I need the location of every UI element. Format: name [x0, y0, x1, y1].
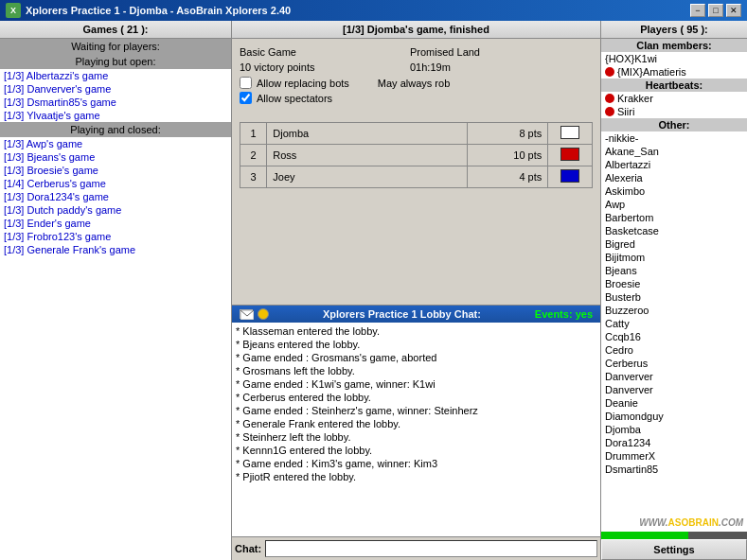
player-name: Barbertom	[605, 212, 653, 223]
player-name: Bigred	[605, 238, 635, 250]
players-list: Clan members: {HOX}K1wi {MIX}Amatieris H…	[601, 39, 747, 514]
spectators-row: Allow spectators	[240, 92, 593, 104]
player-item: Deanie	[601, 396, 747, 410]
player-name: Krakker	[617, 93, 653, 104]
game-info-content: Basic Game Promised Land 10 victory poin…	[232, 39, 600, 114]
player-item: Djomba	[601, 423, 747, 436]
minimize-button[interactable]: −	[690, 4, 705, 17]
chat-message: * Kennn1G entered the lobby.	[236, 444, 596, 457]
other-category: Other:	[601, 118, 747, 131]
games-list[interactable]: Waiting for players: Playing but open: […	[0, 39, 231, 560]
chat-message: * Steinherz left the lobby.	[236, 430, 596, 444]
may-always-rob: May always rob	[378, 78, 450, 89]
player-item: Bijitmom	[601, 251, 747, 264]
player-name: Bijitmom	[605, 252, 645, 263]
player-name: Buzzeroo	[605, 305, 649, 316]
player-name: Awp	[605, 199, 625, 210]
player-item: Dsmartin85	[601, 463, 747, 476]
rank-cell: 1	[240, 123, 267, 145]
close-button[interactable]: ✕	[726, 4, 741, 17]
list-item[interactable]: [1/3] Bjeans's game	[0, 150, 231, 164]
color-cell	[548, 145, 593, 166]
maximize-button[interactable]: □	[708, 4, 723, 17]
player-item: Alexeria	[601, 171, 747, 184]
events-value[interactable]: yes	[576, 308, 593, 320]
player-item: -nikkie-	[601, 131, 747, 145]
player-name: Dsmartin85	[605, 464, 658, 475]
victory-points: 10 victory points	[240, 61, 410, 73]
player-item: Bjeans	[601, 264, 747, 277]
list-item[interactable]: [1/3] Frobro123's game	[0, 230, 231, 243]
name-cell: Djomba	[267, 123, 468, 145]
player-name: Broesie	[605, 278, 640, 289]
player-name: Askimbo	[605, 185, 645, 197]
list-item[interactable]: [1/3] Ender's game	[0, 217, 231, 230]
chat-header: Xplorers Practice 1 Lobby Chat: Events: …	[232, 306, 600, 323]
players-table: 1 Djomba 8 pts 2 Ross 10 pts 3	[240, 122, 593, 188]
replacing-bots-checkbox[interactable]	[240, 77, 252, 89]
player-item: Albertazzi	[601, 158, 747, 171]
chat-dot-icon	[258, 308, 269, 320]
waiting-category: Waiting for players:	[0, 39, 231, 54]
player-dot	[605, 94, 614, 103]
player-item: Askimbo	[601, 184, 747, 198]
chat-header-title: Xplorers Practice 1 Lobby Chat:	[323, 308, 481, 320]
watermark-text: WWW.	[639, 517, 667, 528]
list-item[interactable]: [1/3] Dutch paddy's game	[0, 203, 231, 217]
pts-cell: 4 pts	[468, 166, 548, 188]
player-name: DrummerX	[605, 450, 655, 462]
window-title: Xplorers Practice 1 - Djomba - AsoBrain …	[26, 5, 690, 16]
allow-spectators-checkbox[interactable]	[240, 92, 252, 104]
title-bar: X Xplorers Practice 1 - Djomba - AsoBrai…	[0, 0, 747, 21]
chat-header-icons	[240, 308, 269, 320]
player-name: Catty	[605, 318, 630, 329]
player-item: {HOX}K1wi	[601, 52, 747, 65]
player-name: Deanie	[605, 397, 638, 409]
table-row: 3 Joey 4 pts	[240, 166, 593, 188]
list-item[interactable]: [1/3] Danverver's game	[0, 82, 231, 96]
player-item: DrummerX	[601, 449, 747, 463]
list-item[interactable]: [1/3] Ylvaatje's game	[0, 109, 231, 122]
player-item: {MIX}Amatieris	[601, 65, 747, 79]
replacing-bots-label: Allow replacing bots	[257, 78, 349, 89]
player-color-swatch	[560, 126, 579, 139]
list-item[interactable]: [1/3] Dora1234's game	[0, 190, 231, 203]
list-item[interactable]: [1/3] Dsmartin85's game	[0, 96, 231, 109]
game-land-label: Promised Land	[410, 46, 593, 58]
list-item[interactable]: [1/4] Cerberus's game	[0, 177, 231, 190]
game-type-row: Basic Game Promised Land	[240, 46, 593, 58]
player-name: Albertazzi	[605, 159, 650, 170]
player-name: {MIX}Amatieris	[617, 66, 686, 78]
list-item[interactable]: [1/3] Broesie's game	[0, 164, 231, 177]
player-name: Djomba	[605, 424, 641, 435]
replacing-bots-row: Allow replacing bots May always rob	[240, 77, 593, 89]
heartbeats-category: Heartbeats:	[601, 79, 747, 92]
rank-cell: 2	[240, 145, 267, 166]
window-controls: − □ ✕	[690, 4, 741, 17]
player-item: Busterb	[601, 290, 747, 304]
list-item[interactable]: [1/3] Awp's game	[0, 137, 231, 150]
player-item: Akane_San	[601, 145, 747, 158]
player-name: Cedro	[605, 344, 633, 356]
settings-button[interactable]: Settings	[601, 539, 747, 560]
player-item: Cerberus	[601, 357, 747, 370]
color-cell	[548, 123, 593, 145]
chat-message: * PjiotR entered the lobby.	[236, 470, 596, 483]
player-item: Catty	[601, 317, 747, 330]
player-item: Bigred	[601, 237, 747, 251]
list-item[interactable]: [1/3] Generale Frank's game	[0, 243, 231, 256]
name-cell: Ross	[267, 145, 468, 166]
chat-input[interactable]	[265, 540, 597, 557]
left-panel: Games ( 21 ): Waiting for players: Playi…	[0, 21, 232, 560]
player-name: Ccqb16	[605, 331, 641, 342]
chat-message: * Game ended : K1wi's game, winner: K1wi	[236, 377, 596, 391]
chat-message: * Bjeans entered the lobby.	[236, 338, 596, 351]
player-name: {HOX}K1wi	[605, 53, 657, 64]
closed-category: Playing and closed:	[0, 122, 231, 137]
player-item: Cedro	[601, 343, 747, 357]
player-item: Awp	[601, 198, 747, 211]
list-item[interactable]: [1/3] Albertazzi's game	[0, 69, 231, 82]
player-item: Siiri	[601, 105, 747, 118]
player-item: Krakker	[601, 92, 747, 105]
player-color-swatch	[560, 169, 579, 183]
